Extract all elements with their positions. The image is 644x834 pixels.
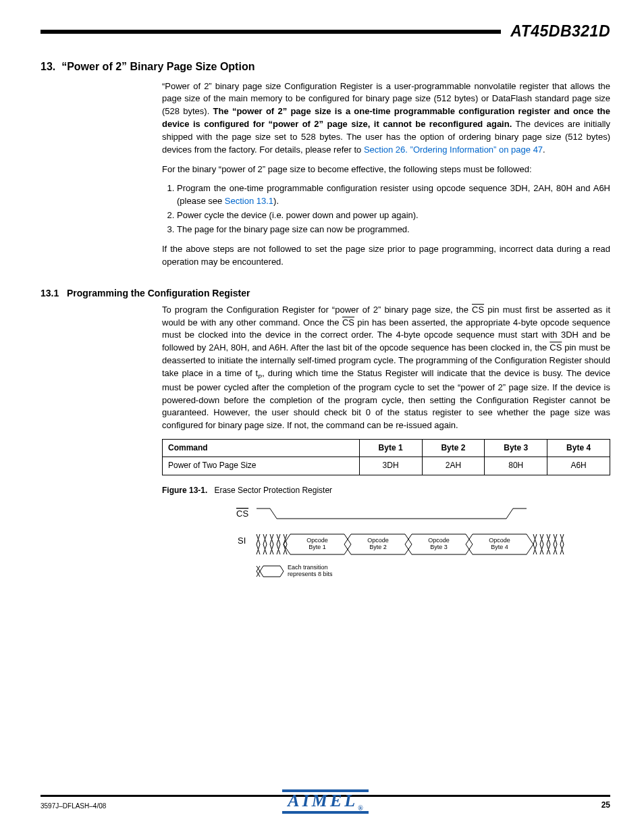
section-heading: 13. “Power of 2” Binary Page Size Option [41, 59, 610, 74]
footer-rule [41, 795, 610, 797]
page: AT45DB321D 13. “Power of 2” Binary Page … [0, 0, 644, 834]
cs-waveform [257, 509, 527, 519]
list-item: The page for the binary page size can no… [177, 224, 610, 236]
table-header: Command [163, 440, 360, 457]
header-row: AT45DB321D [41, 20, 610, 43]
cs-label: CS [236, 509, 248, 519]
subsection-heading: 13.1 Programming the Configuration Regis… [41, 286, 610, 300]
paragraph: For the binary “power of 2” page size to… [162, 163, 610, 176]
table-header: Byte 3 [485, 440, 547, 457]
opcode-label: Byte 4 [491, 544, 508, 550]
table-header: Byte 2 [422, 440, 485, 457]
document-part-number: AT45DB321D [510, 20, 610, 43]
command-table: Command Byte 1 Byte 2 Byte 3 Byte 4 Powe… [162, 439, 610, 475]
figure-title: Erase Sector Protection Register [214, 486, 332, 495]
table-header: Byte 4 [547, 440, 610, 457]
table-header-row: Command Byte 1 Byte 2 Byte 3 Byte 4 [163, 440, 610, 457]
opcode-label: Opcode [367, 537, 389, 544]
subsection-number: 13.1 [41, 288, 59, 298]
legend-symbol [257, 566, 260, 577]
paragraph: If the above steps are not followed to s… [162, 243, 610, 269]
document-reference: 3597J–DFLASH–4/08 [41, 802, 106, 812]
opcode-label: Opcode [489, 537, 510, 544]
link-section-13-1[interactable]: Section 13.1 [225, 196, 273, 206]
opcode-label: Byte 3 [430, 544, 448, 550]
opcode-label: Opcode [306, 537, 328, 544]
cs-pin: CS [549, 342, 562, 353]
ordered-list: Program the one-time programmable config… [177, 182, 610, 236]
subsection-body: To program the Configuration Register fo… [162, 304, 610, 594]
cs-pin: CS [472, 305, 484, 315]
page-number: 25 [601, 800, 610, 811]
legend-text: represents 8 bits [288, 571, 333, 577]
subsection-title: Programming the Configuration Register [67, 288, 250, 298]
figure-diagram: CS SI Opcode Byte 1 Opcode Byte 2 Opcode… [223, 502, 610, 594]
paragraph: To program the Configuration Register fo… [162, 304, 610, 432]
cs-pin: CS [342, 317, 354, 328]
table-header: Byte 1 [359, 440, 422, 457]
link-ordering-information[interactable]: Section 26. ”Ordering Information” on pa… [364, 145, 543, 155]
legend-symbol [260, 566, 284, 577]
table-row: Power of Two Page Size 3DH 2AH 80H A6H [163, 457, 610, 475]
page-footer: 3597J–DFLASH–4/08 25 AIMEL® [41, 795, 610, 811]
legend-text: Each transition [288, 564, 328, 571]
figure-caption: Figure 13-1. Erase Sector Protection Reg… [162, 485, 610, 496]
table-cell: 80H [485, 457, 547, 475]
section-body: “Power of 2” binary page size Configurat… [162, 80, 610, 269]
table-cell: 3DH [359, 457, 422, 475]
paragraph: “Power of 2” binary page size Configurat… [162, 80, 610, 157]
opcode-label: Byte 1 [308, 544, 326, 550]
header-rule [41, 30, 501, 34]
list-item: Power cycle the device (i.e. power down … [177, 209, 610, 222]
opcode-label: Opcode [428, 537, 450, 544]
si-label: SI [238, 536, 246, 546]
timing-diagram-svg: CS SI Opcode Byte 1 Opcode Byte 2 Opcode… [223, 502, 574, 590]
section-title: “Power of 2” Binary Page Size Option [61, 61, 254, 72]
opcode-label: Byte 2 [369, 544, 387, 550]
table-cell: 2AH [422, 457, 485, 475]
table-cell: Power of Two Page Size [163, 457, 360, 475]
section-number: 13. [41, 61, 55, 72]
figure-label: Figure 13-1. [162, 486, 207, 495]
list-item: Program the one-time programmable config… [177, 182, 610, 208]
si-waveform [257, 534, 564, 554]
table-cell: A6H [547, 457, 610, 475]
